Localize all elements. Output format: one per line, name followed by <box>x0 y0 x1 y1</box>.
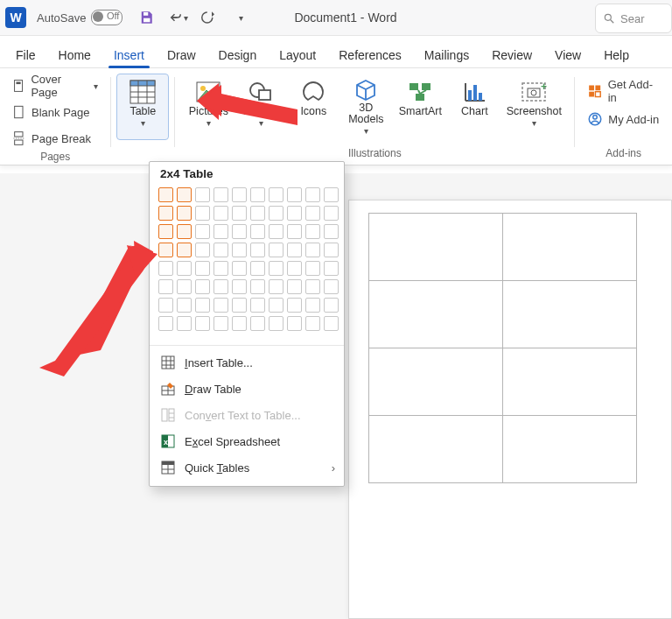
grid-cell[interactable] <box>158 206 173 221</box>
grid-cell[interactable] <box>177 206 192 221</box>
tab-draw[interactable]: Draw <box>164 45 200 67</box>
grid-cell[interactable] <box>269 243 284 257</box>
grid-cell[interactable] <box>324 187 339 202</box>
grid-cell[interactable] <box>269 261 284 276</box>
document-page[interactable] <box>348 200 672 619</box>
grid-cell[interactable] <box>232 316 247 331</box>
save-icon[interactable] <box>133 4 159 31</box>
grid-cell[interactable] <box>232 224 247 239</box>
grid-cell[interactable] <box>177 279 192 294</box>
grid-cell[interactable] <box>195 206 210 221</box>
grid-cell[interactable] <box>287 316 302 331</box>
grid-cell[interactable] <box>158 316 173 331</box>
grid-cell[interactable] <box>287 261 302 276</box>
insert-table-menu-item[interactable]: Insert Table... <box>150 349 344 376</box>
tab-home[interactable]: Home <box>55 45 94 67</box>
grid-cell[interactable] <box>177 224 192 239</box>
tab-mailings[interactable]: Mailings <box>421 45 472 67</box>
grid-cell[interactable] <box>305 316 320 331</box>
pictures-button[interactable]: Pictures▾ <box>184 74 233 140</box>
grid-cell[interactable] <box>287 224 302 239</box>
grid-cell[interactable] <box>214 279 228 294</box>
grid-cell[interactable] <box>250 243 265 257</box>
grid-cell[interactable] <box>177 187 192 202</box>
grid-cell[interactable] <box>195 261 210 276</box>
grid-cell[interactable] <box>287 279 302 294</box>
grid-cell[interactable] <box>177 298 192 313</box>
grid-cell[interactable] <box>214 298 228 313</box>
grid-cell[interactable] <box>214 206 228 221</box>
grid-cell[interactable] <box>324 298 339 313</box>
grid-cell[interactable] <box>250 316 265 331</box>
tab-design[interactable]: Design <box>215 45 261 67</box>
icons-button[interactable]: Icons <box>289 74 338 140</box>
autosave-toggle[interactable]: AutoSave Off <box>32 8 128 27</box>
grid-cell[interactable] <box>232 206 247 221</box>
tab-insert[interactable]: Insert <box>110 45 148 67</box>
tab-review[interactable]: Review <box>488 45 536 67</box>
smartart-button[interactable]: SmartArt <box>394 74 446 140</box>
grid-cell[interactable] <box>324 206 339 221</box>
grid-cell[interactable] <box>158 243 173 257</box>
grid-cell[interactable] <box>250 279 265 294</box>
grid-cell[interactable] <box>305 279 320 294</box>
grid-cell[interactable] <box>195 279 210 294</box>
excel-spreadsheet-menu-item[interactable]: x Excel Spreadsheet <box>150 428 344 454</box>
redo-icon[interactable] <box>196 4 222 31</box>
grid-cell[interactable] <box>195 224 210 239</box>
grid-cell[interactable] <box>177 316 192 331</box>
grid-cell[interactable] <box>287 206 302 221</box>
grid-cell[interactable] <box>250 224 265 239</box>
draw-table-menu-item[interactable]: Draw Table <box>150 376 344 402</box>
grid-cell[interactable] <box>305 206 320 221</box>
grid-cell[interactable] <box>214 243 228 257</box>
shapes-button[interactable]: Shapes▾ <box>236 74 285 140</box>
grid-cell[interactable] <box>269 316 284 331</box>
grid-cell[interactable] <box>177 243 192 257</box>
grid-cell[interactable] <box>324 243 339 257</box>
grid-cell[interactable] <box>324 261 339 276</box>
grid-cell[interactable] <box>324 316 339 331</box>
undo-icon[interactable]: ▾ <box>164 4 191 31</box>
grid-cell[interactable] <box>195 243 210 257</box>
grid-cell[interactable] <box>269 279 284 294</box>
grid-cell[interactable] <box>305 298 320 313</box>
grid-cell[interactable] <box>324 224 339 239</box>
table-button[interactable]: Table ▾ <box>116 74 169 140</box>
tab-references[interactable]: References <box>335 45 405 67</box>
grid-cell[interactable] <box>250 261 265 276</box>
quick-tables-menu-item[interactable]: Quick Tables › <box>150 454 344 481</box>
3d-models-button[interactable]: 3D Models▾ <box>341 74 390 140</box>
preview-table[interactable] <box>368 213 637 483</box>
qat-overflow-icon[interactable]: ▾ <box>228 4 254 31</box>
my-addins-button[interactable]: My Add-in <box>584 107 662 131</box>
grid-cell[interactable] <box>232 187 247 202</box>
chart-button[interactable]: Chart <box>450 74 499 140</box>
grid-cell[interactable] <box>158 224 173 239</box>
grid-cell[interactable] <box>269 187 284 202</box>
grid-cell[interactable] <box>195 187 210 202</box>
tab-view[interactable]: View <box>551 45 584 67</box>
grid-cell[interactable] <box>177 261 192 276</box>
grid-cell[interactable] <box>158 279 173 294</box>
grid-cell[interactable] <box>214 224 228 239</box>
grid-cell[interactable] <box>158 261 173 276</box>
grid-cell[interactable] <box>232 298 247 313</box>
grid-cell[interactable] <box>195 316 210 331</box>
grid-cell[interactable] <box>250 206 265 221</box>
grid-cell[interactable] <box>158 298 173 313</box>
get-addins-button[interactable]: Get Add-in <box>584 79 663 103</box>
grid-cell[interactable] <box>214 316 228 331</box>
tab-help[interactable]: Help <box>600 45 633 67</box>
search-input[interactable]: Sear <box>595 4 672 33</box>
grid-cell[interactable] <box>158 187 173 202</box>
grid-cell[interactable] <box>250 187 265 202</box>
grid-cell[interactable] <box>305 224 320 239</box>
grid-cell[interactable] <box>250 298 265 313</box>
grid-cell[interactable] <box>269 206 284 221</box>
grid-cell[interactable] <box>232 243 247 257</box>
grid-cell[interactable] <box>287 187 302 202</box>
page-break-button[interactable]: Page Break <box>9 126 94 151</box>
grid-cell[interactable] <box>305 187 320 202</box>
grid-cell[interactable] <box>195 298 210 313</box>
